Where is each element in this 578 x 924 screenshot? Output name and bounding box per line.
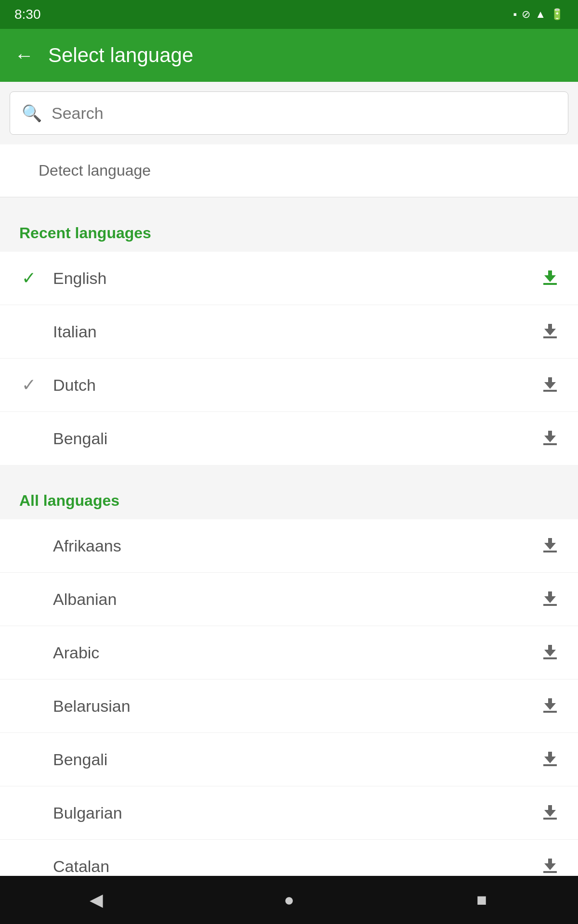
list-item[interactable]: ✓ English <box>0 252 578 305</box>
language-name: Arabic <box>53 643 541 662</box>
search-input[interactable] <box>52 104 556 123</box>
language-name: Bengali <box>53 429 541 448</box>
download-icon[interactable] <box>541 751 559 768</box>
back-button[interactable]: ← <box>14 45 34 66</box>
back-nav-button[interactable]: ◀ <box>77 881 116 919</box>
list-item[interactable]: ✓ Dutch <box>0 359 578 412</box>
language-name: Bulgarian <box>53 804 541 822</box>
detect-language-item[interactable]: Detect language <box>0 144 578 197</box>
signal-icon: ▲ <box>535 8 546 21</box>
list-item[interactable]: ✓ Arabic <box>0 626 578 680</box>
svg-rect-5 <box>543 336 557 338</box>
no-sim-icon: ⊘ <box>522 8 530 21</box>
recents-nav-button[interactable]: ■ <box>462 881 501 919</box>
download-icon[interactable] <box>541 270 559 287</box>
svg-rect-28 <box>548 805 552 812</box>
svg-rect-16 <box>548 591 552 598</box>
svg-rect-32 <box>543 871 557 873</box>
language-name: Belarusian <box>53 697 541 716</box>
svg-rect-14 <box>543 551 557 552</box>
list-item[interactable]: ✓ Albanian <box>0 573 578 626</box>
status-icons: ▪ ⊘ ▲ 🔋 <box>513 8 564 21</box>
content-area: Detect language Recent languages ✓ Engli… <box>0 144 578 876</box>
nav-bar: ◀ ● ■ <box>0 876 578 924</box>
list-item[interactable]: ✓ Afrikaans <box>0 519 578 573</box>
language-name: Albanian <box>53 590 541 609</box>
list-item[interactable]: ✓ Catalan <box>0 840 578 876</box>
download-icon[interactable] <box>541 323 559 340</box>
download-icon[interactable] <box>541 430 559 447</box>
all-languages-list: ✓ Afrikaans ✓ Albanian <box>0 519 578 876</box>
selected-check-icon: ✓ <box>19 268 39 288</box>
download-icon[interactable] <box>541 804 559 821</box>
language-name: Italian <box>53 322 541 341</box>
list-item[interactable]: ✓ Bulgarian <box>0 786 578 840</box>
language-name: Bengali <box>53 750 541 769</box>
svg-rect-4 <box>548 324 552 331</box>
svg-rect-20 <box>543 657 557 659</box>
language-name: English <box>53 269 541 288</box>
language-name: Afrikaans <box>53 537 541 555</box>
home-nav-button[interactable]: ● <box>270 881 308 919</box>
status-bar: 8:30 ▪ ⊘ ▲ 🔋 <box>0 0 578 29</box>
list-item[interactable]: ✓ Bengali <box>0 733 578 786</box>
app-bar: ← Select language <box>0 29 578 82</box>
svg-rect-11 <box>543 443 557 445</box>
svg-rect-25 <box>548 752 552 758</box>
svg-rect-8 <box>543 390 557 392</box>
recent-languages-header: Recent languages <box>0 207 578 252</box>
selected-check-icon: ✓ <box>19 375 39 395</box>
svg-rect-31 <box>548 859 552 865</box>
all-languages-header: All languages <box>0 475 578 519</box>
download-icon[interactable] <box>541 590 559 608</box>
language-name: Dutch <box>53 376 541 395</box>
search-bar: 🔍 <box>10 91 568 135</box>
recent-languages-list: ✓ English ✓ Italian <box>0 252 578 465</box>
svg-rect-23 <box>543 711 557 713</box>
download-icon[interactable] <box>541 858 559 875</box>
download-icon[interactable] <box>541 644 559 661</box>
search-icon: 🔍 <box>22 103 42 123</box>
list-item[interactable]: ✓ Belarusian <box>0 680 578 733</box>
svg-rect-2 <box>543 283 557 285</box>
download-icon[interactable] <box>541 697 559 715</box>
svg-rect-22 <box>548 698 552 705</box>
battery-icon: 🔋 <box>551 8 564 21</box>
svg-rect-17 <box>543 604 557 606</box>
page-title: Select language <box>48 44 193 67</box>
svg-rect-29 <box>543 818 557 820</box>
svg-rect-13 <box>548 538 552 545</box>
svg-rect-19 <box>548 645 552 652</box>
svg-rect-26 <box>543 764 557 766</box>
language-name: Catalan <box>53 857 541 876</box>
sim-icon: ▪ <box>513 8 517 21</box>
download-icon[interactable] <box>541 376 559 394</box>
list-item[interactable]: ✓ Bengali <box>0 412 578 465</box>
download-icon[interactable] <box>541 537 559 554</box>
list-item[interactable]: ✓ Italian <box>0 305 578 359</box>
svg-rect-1 <box>548 270 552 277</box>
section-divider <box>0 197 578 207</box>
svg-rect-10 <box>548 431 552 437</box>
status-time: 8:30 <box>14 7 41 22</box>
svg-rect-7 <box>548 377 552 384</box>
section-divider <box>0 465 578 475</box>
